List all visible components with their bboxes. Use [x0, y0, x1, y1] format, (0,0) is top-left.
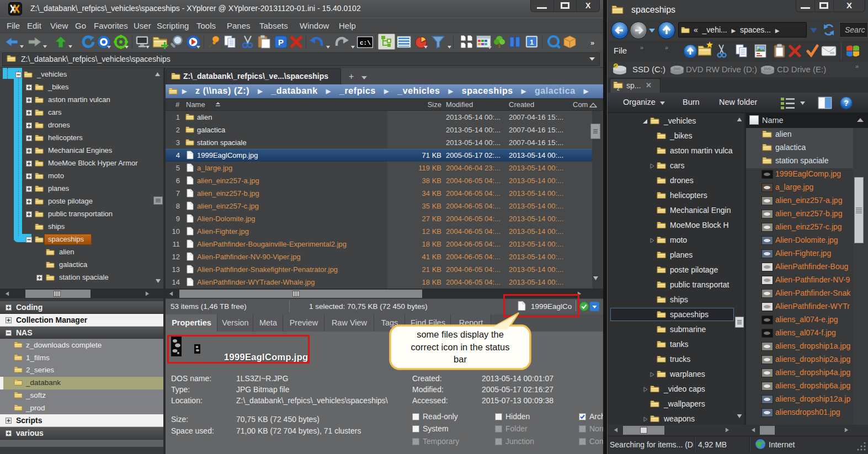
svg-text:some files display the: some files display the: [417, 329, 504, 339]
svg-text:?: ?: [844, 99, 849, 108]
svg-text:1: 1: [530, 38, 534, 46]
svg-text:correct icon in the status: correct icon in the status: [411, 342, 510, 352]
svg-text:bar: bar: [454, 354, 467, 364]
svg-text:DVD: DVD: [764, 67, 771, 71]
svg-text:DVD: DVD: [674, 67, 681, 71]
svg-text:P: P: [278, 38, 284, 47]
svg-text:c:\: c:\: [360, 40, 371, 46]
